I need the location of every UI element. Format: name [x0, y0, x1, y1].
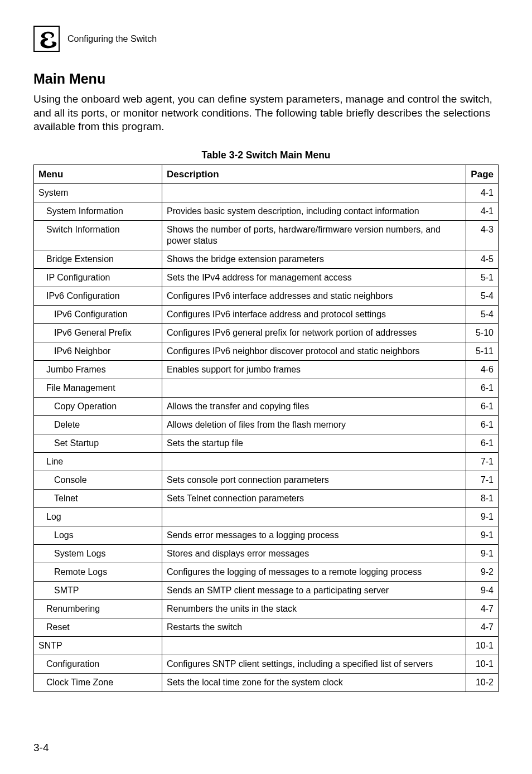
table-row: Line7-1: [34, 453, 499, 471]
table-cell-description: Sets the local time zone for the system …: [162, 674, 466, 692]
table-row: Clock Time ZoneSets the local time zone …: [34, 674, 499, 692]
table-cell-page: 5-10: [466, 324, 499, 342]
table-cell-description: [162, 184, 466, 202]
table-cell-description: Allows deletion of files from the flash …: [162, 416, 466, 434]
table-cell-description: Stores and displays error messages: [162, 545, 466, 563]
table-cell-description: Allows the transfer and copying files: [162, 398, 466, 416]
table-row: Copy OperationAllows the transfer and co…: [34, 398, 499, 416]
table-cell-description: Configures the logging of messages to a …: [162, 563, 466, 582]
table-row: SMTPSends an SMTP client message to a pa…: [34, 582, 499, 600]
table-row: System LogsStores and displays error mes…: [34, 545, 499, 563]
table-cell-page: 7-1: [466, 471, 499, 490]
table-cell-page: 5-11: [466, 342, 499, 361]
table-cell-description: Configures IPv6 interface addresses and …: [162, 287, 466, 306]
table-cell-page: 5-4: [466, 287, 499, 306]
table-cell-description: Sends an SMTP client message to a partic…: [162, 582, 466, 600]
table-row: IPv6 ConfigurationConfigures IPv6 interf…: [34, 287, 499, 306]
table-row: IPv6 ConfigurationConfigures IPv6 interf…: [34, 306, 499, 324]
table-row: System4-1: [34, 184, 499, 202]
table-cell-description: [162, 379, 466, 398]
table-cell-description: Configures SNTP client settings, includi…: [162, 655, 466, 674]
table-cell-page: 5-4: [466, 306, 499, 324]
table-cell-description: Provides basic system description, inclu…: [162, 202, 466, 221]
table-cell-page: 9-1: [466, 545, 499, 563]
table-row: Set StartupSets the startup file6-1: [34, 434, 499, 453]
table-cell-page: 9-4: [466, 582, 499, 600]
page-number: 3-4: [33, 742, 49, 754]
table-row: LogsSends error messages to a logging pr…: [34, 526, 499, 545]
table-cell-menu: IPv6 Configuration: [34, 306, 162, 324]
chapter-title: Configuring the Switch: [67, 34, 157, 44]
table-cell-page: 9-2: [466, 563, 499, 582]
table-cell-page: 4-5: [466, 250, 499, 269]
table-row: Bridge ExtensionShows the bridge extensi…: [34, 250, 499, 269]
table-row: TelnetSets Telnet connection parameters8…: [34, 490, 499, 508]
table-cell-page: 6-1: [466, 398, 499, 416]
table-cell-description: Sets console port connection parameters: [162, 471, 466, 490]
table-cell-description: Enables support for jumbo frames: [162, 361, 466, 379]
table-cell-menu: SNTP: [34, 637, 162, 655]
table-cell-menu: Delete: [34, 416, 162, 434]
table-header-description: Description: [162, 165, 466, 184]
table-cell-description: Shows the number of ports, hardware/firm…: [162, 221, 466, 250]
table-row: System InformationProvides basic system …: [34, 202, 499, 221]
table-row: Switch InformationShows the number of po…: [34, 221, 499, 250]
table-cell-menu: Telnet: [34, 490, 162, 508]
table-cell-page: 4-3: [466, 221, 499, 250]
table-cell-description: Configures IPv6 neighbor discover protoc…: [162, 342, 466, 361]
table-row: DeleteAllows deletion of files from the …: [34, 416, 499, 434]
table-cell-page: 4-1: [466, 202, 499, 221]
table-header-menu: Menu: [34, 165, 162, 184]
table-cell-page: 10-1: [466, 655, 499, 674]
table-cell-page: 6-1: [466, 379, 499, 398]
table-cell-description: Renumbers the units in the stack: [162, 600, 466, 618]
table-row: RenumberingRenumbers the units in the st…: [34, 600, 499, 618]
table-row: ConsoleSets console port connection para…: [34, 471, 499, 490]
table-row: ConfigurationConfigures SNTP client sett…: [34, 655, 499, 674]
table-cell-menu: Line: [34, 453, 162, 471]
table-cell-menu: IPv6 General Prefix: [34, 324, 162, 342]
table-row: File Management6-1: [34, 379, 499, 398]
table-cell-menu: Configuration: [34, 655, 162, 674]
table-cell-description: [162, 453, 466, 471]
table-cell-description: [162, 637, 466, 655]
table-cell-menu: System Information: [34, 202, 162, 221]
table-cell-page: 9-1: [466, 526, 499, 545]
table-row: IP ConfigurationSets the IPv4 address fo…: [34, 269, 499, 287]
table-cell-menu: SMTP: [34, 582, 162, 600]
table-cell-menu: System: [34, 184, 162, 202]
table-cell-description: Configures IPv6 interface address and pr…: [162, 306, 466, 324]
section-title: Main Menu: [33, 71, 499, 87]
table-row: SNTP10-1: [34, 637, 499, 655]
table-cell-page: 5-1: [466, 269, 499, 287]
table-cell-menu: Jumbo Frames: [34, 361, 162, 379]
table-cell-menu: IPv6 Configuration: [34, 287, 162, 306]
table-cell-menu: Switch Information: [34, 221, 162, 250]
table-cell-description: Sets the startup file: [162, 434, 466, 453]
table-cell-menu: IPv6 Neighbor: [34, 342, 162, 361]
table-cell-page: 10-1: [466, 637, 499, 655]
table-cell-page: 4-7: [466, 600, 499, 618]
table-cell-description: Sets the IPv4 address for management acc…: [162, 269, 466, 287]
table-cell-page: 6-1: [466, 416, 499, 434]
table-row: Remote LogsConfigures the logging of mes…: [34, 563, 499, 582]
table-cell-menu: Copy Operation: [34, 398, 162, 416]
table-cell-menu: System Logs: [34, 545, 162, 563]
table-cell-description: Sets Telnet connection parameters: [162, 490, 466, 508]
table-cell-menu: Renumbering: [34, 600, 162, 618]
table-cell-page: 4-1: [466, 184, 499, 202]
table-cell-page: 4-7: [466, 618, 499, 637]
table-cell-menu: Log: [34, 508, 162, 526]
table-row: IPv6 NeighborConfigures IPv6 neighbor di…: [34, 342, 499, 361]
chapter-number-icon: [33, 26, 60, 52]
table-caption: Table 3-2 Switch Main Menu: [33, 149, 499, 161]
table-cell-menu: Clock Time Zone: [34, 674, 162, 692]
table-cell-description: [162, 508, 466, 526]
table-cell-menu: Remote Logs: [34, 563, 162, 582]
table-header-page: Page: [466, 165, 499, 184]
table-cell-menu: Console: [34, 471, 162, 490]
table-cell-description: Configures IPv6 general prefix for netwo…: [162, 324, 466, 342]
table-cell-description: Sends error messages to a logging proces…: [162, 526, 466, 545]
table-row: Jumbo FramesEnables support for jumbo fr…: [34, 361, 499, 379]
table-cell-page: 8-1: [466, 490, 499, 508]
